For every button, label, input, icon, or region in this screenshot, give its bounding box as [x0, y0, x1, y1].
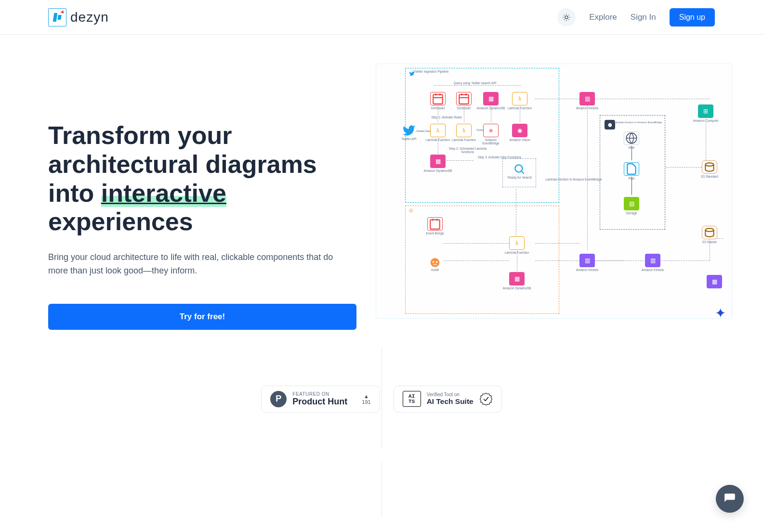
diagram-eventbridge-title: Lambda function in Amazon EventBridge [614, 121, 662, 124]
ph-featured-on: FEATURED ON [292, 391, 347, 397]
svg-rect-4 [430, 220, 440, 229]
diagram-node-purple-br: ▦ [707, 275, 722, 288]
diagram-connector [517, 251, 517, 271]
diagram-group-twitter-pipeline [405, 68, 559, 203]
badge-ai-tech-suite[interactable]: AI TS Verified Tool on AI Tech Suite [394, 386, 502, 413]
diagram-connector [447, 160, 474, 161]
hero-title-post: experiences [48, 208, 193, 235]
diagram-node-storage: ▤ [624, 197, 639, 210]
diagram-node-eventbridge2 [427, 217, 443, 231]
svg-point-5 [431, 258, 440, 267]
cta-try-free-button[interactable]: Try for free! [48, 304, 356, 330]
chat-fab-button[interactable] [716, 485, 744, 513]
diagram-connector [535, 243, 579, 244]
diagram-connector [516, 189, 516, 237]
hero-section: Transform your architectural diagrams in… [0, 35, 763, 373]
diagram-step1-label: Step 1: Activate Rules [427, 116, 466, 119]
diagram-label: S3 Standard [695, 175, 724, 178]
diagram-connector [438, 106, 438, 122]
ph-upvotes: ▲ 191 [362, 393, 370, 405]
badges-row: P FEATURED ON Product Hunt ▲ 191 AI TS V… [0, 373, 763, 420]
diagram-label: Storage [617, 211, 646, 215]
diagram-connector [661, 260, 710, 261]
diagram-label: Amazon Kinesis [638, 268, 667, 272]
product-hunt-icon: P [270, 391, 287, 407]
diagram-node-eventbridge: ✼ [483, 124, 499, 137]
diagram-eventbridge-label: Lambda function in Amazon EventBridge [545, 178, 603, 181]
hero-illustration: ◁ Twitter Ingestion Pipeline Query using… [376, 64, 732, 319]
theme-toggle-button[interactable] [557, 8, 576, 26]
diagram-query-api-label: Query using Twitter search API [441, 81, 509, 85]
svg-point-7 [436, 261, 438, 263]
diagram-node-compute: ⊞ [698, 104, 713, 118]
badge-product-hunt[interactable]: P FEATURED ON Product Hunt ▲ 191 [261, 386, 380, 413]
diagram-connector [631, 177, 632, 195]
diagram-node-plan [624, 162, 639, 176]
diagram-label: Amazon Kinesis [573, 268, 602, 272]
diagram-node-lambda-fn2: λ [456, 124, 472, 137]
verified-seal-icon [479, 392, 493, 406]
diagram-label: Amazon EventBridge [476, 138, 505, 145]
twitter-pipeline-label: Twitter Ingestion Pipeline [414, 70, 472, 73]
diagram-node-lambda3: λ [509, 236, 525, 250]
diagram-connector [706, 119, 706, 160]
svg-rect-2 [459, 94, 469, 104]
hero-title-highlight: interactive [101, 179, 226, 207]
diagram-connector [491, 106, 491, 122]
sparkle-small-icon: ✦ [731, 305, 732, 312]
diagram-node-dynamo2: ▦ [430, 155, 446, 168]
aits-name: AI Tech Suite [427, 397, 474, 405]
diagram-node-s3 [702, 160, 717, 174]
sparkle-icon: ✦ [715, 305, 726, 319]
diagram-label: Event Bridge [421, 232, 449, 235]
diagram-connector [416, 131, 430, 132]
diagram-label: Ready for Search [505, 176, 534, 179]
caret-up-icon: ▲ [364, 393, 369, 399]
ph-name: Product Hunt [292, 397, 347, 406]
diagram-node-search [512, 163, 526, 175]
diagram-label: Amazon DynamoDB [423, 169, 452, 172]
brand-logo[interactable]: dezyn [48, 8, 109, 26]
diagram-connector [464, 106, 464, 122]
diagram-label: Twitter API [395, 137, 423, 141]
diagram-step2-label: Step 2: Scheduled Lambda functions [444, 147, 492, 154]
decorative-vertical-line [382, 462, 382, 518]
nav-explore[interactable]: Explore [589, 13, 617, 22]
diagram-connector [535, 99, 579, 99]
svg-rect-1 [433, 94, 443, 104]
architecture-diagram: Twitter Ingestion Pipeline Query using T… [376, 64, 732, 319]
diagram-node-reddit [427, 255, 443, 268]
brand-name: dezyn [70, 10, 109, 25]
diagram-label: Amazon DynamoDB [502, 286, 531, 290]
logo-mark-icon [48, 8, 66, 26]
diagram-connector [520, 106, 520, 122]
hero-subtitle: Bring your cloud architecture to life wi… [48, 251, 347, 278]
diagram-node-web [624, 131, 639, 145]
svg-point-3 [515, 165, 522, 172]
diagram-connector [665, 167, 702, 168]
svg-point-0 [565, 16, 568, 19]
chat-icon [724, 493, 736, 505]
diagram-connector [596, 260, 644, 261]
nav-signin[interactable]: Sign In [631, 13, 656, 22]
site-header: dezyn Explore Sign In Sign up [0, 0, 763, 35]
diagram-label: Amazon Vision [505, 138, 534, 142]
diagram-connector [444, 243, 509, 244]
diagram-connector [631, 146, 632, 160]
diagram-label: reddit [421, 268, 449, 272]
diagram-node-scheduler [430, 92, 446, 105]
svg-point-6 [433, 261, 434, 263]
diagram-node-kinesis1: ▥ [579, 254, 595, 267]
diagram-connector [595, 99, 710, 99]
diagram-node-dynamo: ▦ [483, 92, 499, 105]
diagram-node-scheduler2 [456, 92, 472, 105]
signup-button[interactable]: Sign up [670, 8, 715, 26]
reddit-pipeline-icon: ◎ [409, 208, 413, 213]
diagram-connector [438, 138, 438, 154]
diagram-label: Lambda Function [449, 138, 478, 142]
sun-icon [562, 13, 571, 22]
diagram-node-kinesis-top: ▥ [579, 92, 595, 105]
diagram-node-s3-glacier [702, 226, 717, 239]
header-nav: Explore Sign In Sign up [557, 8, 715, 26]
diagram-node-dynamo3: ▦ [509, 272, 525, 285]
